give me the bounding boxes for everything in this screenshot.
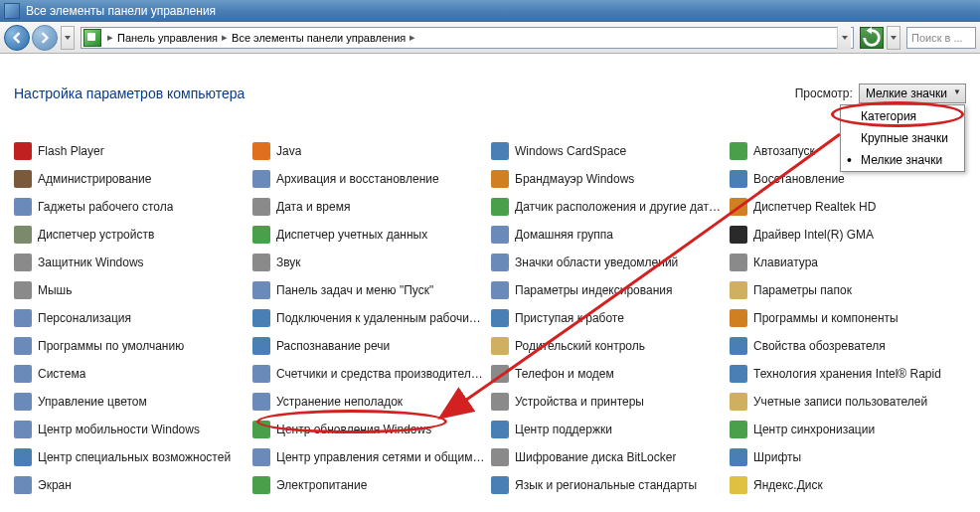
- cp-item-label: Центр специальных возможностей: [38, 450, 231, 464]
- cp-item-icon: [730, 448, 747, 466]
- cp-item[interactable]: Управление цветом: [14, 388, 250, 416]
- cp-item[interactable]: Подключения к удаленным рабочим с...: [252, 304, 489, 332]
- cp-item-label: Центр мобильности Windows: [38, 423, 200, 436]
- cp-item[interactable]: Java: [252, 137, 489, 165]
- cp-item-icon: [252, 337, 270, 355]
- breadcrumb-seg-1[interactable]: Панель управления: [117, 32, 218, 44]
- cp-item-icon: [730, 142, 747, 160]
- cp-item-icon: [491, 393, 509, 411]
- cp-item[interactable]: Экран: [14, 471, 250, 499]
- cp-item[interactable]: Диспетчер Realtek HD: [730, 193, 966, 221]
- cp-item[interactable]: Технология хранения Intel® Rapid: [730, 360, 966, 388]
- cp-item[interactable]: Flash Player: [14, 137, 250, 165]
- chevron-right-icon[interactable]: ▸: [406, 31, 419, 44]
- breadcrumb-seg-2[interactable]: Все элементы панели управления: [232, 32, 406, 44]
- cp-item[interactable]: Программы и компоненты: [730, 304, 966, 332]
- cp-item[interactable]: Администрирование: [14, 165, 250, 193]
- cp-item[interactable]: Родительский контроль: [491, 332, 728, 360]
- cp-item-label: Защитник Windows: [38, 256, 144, 269]
- cp-item-label: Программы и компоненты: [753, 311, 898, 325]
- cp-item[interactable]: Архивация и восстановление: [252, 165, 489, 193]
- cp-item[interactable]: Яндекс.Диск: [730, 471, 966, 499]
- cp-item[interactable]: Распознавание речи: [252, 332, 489, 360]
- cp-item[interactable]: Домашняя группа: [491, 221, 728, 249]
- cp-item[interactable]: Центр мобильности Windows: [14, 416, 250, 443]
- cp-item-icon: [491, 198, 509, 216]
- cp-item-icon: [491, 170, 509, 188]
- cp-item[interactable]: Язык и региональные стандарты: [491, 471, 728, 499]
- control-panel-grid: Flash PlayerJavaWindows CardSpaceАвтозап…: [14, 137, 966, 499]
- cp-item[interactable]: Устройства и принтеры: [491, 388, 728, 416]
- cp-item[interactable]: Система: [14, 360, 250, 388]
- view-option-small-icons[interactable]: Мелкие значки: [841, 149, 964, 171]
- cp-item-label: Технология хранения Intel® Rapid: [753, 367, 941, 381]
- cp-item[interactable]: Дата и время: [252, 193, 489, 221]
- cp-item[interactable]: Мышь: [14, 276, 250, 304]
- cp-item-label: Автозапуск: [753, 144, 815, 158]
- cp-item-label: Windows CardSpace: [515, 144, 626, 158]
- cp-item[interactable]: Шифрование диска BitLocker: [491, 443, 728, 471]
- cp-item[interactable]: Значки области уведомлений: [491, 249, 728, 276]
- cp-item[interactable]: Датчик расположения и другие датч...: [491, 193, 728, 221]
- cp-item[interactable]: Центр обновления Windows: [252, 416, 489, 443]
- cp-item[interactable]: Приступая к работе: [491, 304, 728, 332]
- forward-button[interactable]: [32, 25, 58, 51]
- cp-item[interactable]: Учетные записи пользователей: [730, 388, 966, 416]
- cp-item-label: Мышь: [38, 283, 73, 297]
- cp-item-label: Восстановление: [753, 172, 845, 186]
- cp-item-label: Диспетчер Realtek HD: [753, 200, 876, 214]
- view-option-large-icons[interactable]: Крупные значки: [841, 127, 964, 149]
- cp-item[interactable]: Драйвер Intel(R) GMA: [730, 221, 966, 249]
- refresh-dropdown[interactable]: [887, 26, 900, 50]
- cp-item-icon: [14, 170, 32, 188]
- cp-item-label: Устройства и принтеры: [515, 395, 644, 409]
- cp-item[interactable]: Диспетчер учетных данных: [252, 221, 489, 249]
- cp-item[interactable]: Звук: [252, 249, 489, 276]
- cp-item[interactable]: Шрифты: [730, 443, 966, 471]
- cp-item-icon: [730, 281, 747, 299]
- cp-item[interactable]: Электропитание: [252, 471, 489, 499]
- cp-item[interactable]: Клавиатура: [730, 249, 966, 276]
- chevron-right-icon[interactable]: ▸: [103, 31, 117, 44]
- view-option-category[interactable]: Категория: [841, 105, 964, 127]
- view-dropdown[interactable]: Мелкие значки Категория Крупные значки М…: [859, 84, 966, 103]
- cp-item-icon: [14, 281, 32, 299]
- cp-item[interactable]: Центр управления сетями и общим д...: [252, 443, 489, 471]
- back-button[interactable]: [4, 25, 30, 51]
- cp-item-label: Гаджеты рабочего стола: [38, 200, 173, 214]
- cp-item-icon: [252, 142, 270, 160]
- cp-item-icon: [730, 476, 747, 494]
- cp-item-label: Диспетчер устройств: [38, 228, 154, 242]
- cp-item[interactable]: Параметры индексирования: [491, 276, 728, 304]
- cp-item[interactable]: Свойства обозревателя: [730, 332, 966, 360]
- cp-item[interactable]: Программы по умолчанию: [14, 332, 250, 360]
- cp-item-icon: [730, 309, 747, 327]
- refresh-button[interactable]: [860, 27, 884, 49]
- cp-item[interactable]: Гаджеты рабочего стола: [14, 193, 250, 221]
- cp-item[interactable]: Параметры папок: [730, 276, 966, 304]
- address-bar[interactable]: ▸ Панель управления ▸ Все элементы панел…: [81, 27, 854, 49]
- cp-item[interactable]: Счетчики и средства производитель...: [252, 360, 489, 388]
- cp-item[interactable]: Брандмауэр Windows: [491, 165, 728, 193]
- cp-item[interactable]: Защитник Windows: [14, 249, 250, 276]
- cp-item-icon: [252, 393, 270, 411]
- cp-item[interactable]: Устранение неполадок: [252, 388, 489, 416]
- cp-item-label: Центр обновления Windows: [276, 423, 431, 436]
- cp-item[interactable]: Центр специальных возможностей: [14, 443, 250, 471]
- cp-item-icon: [14, 421, 32, 438]
- cp-item[interactable]: Центр поддержки: [491, 416, 728, 443]
- cp-item[interactable]: Диспетчер устройств: [14, 221, 250, 249]
- chevron-right-icon[interactable]: ▸: [218, 31, 232, 44]
- cp-item[interactable]: Персонализация: [14, 304, 250, 332]
- search-input[interactable]: Поиск в ...: [906, 27, 976, 49]
- history-dropdown[interactable]: [61, 26, 75, 50]
- cp-item[interactable]: Центр синхронизации: [730, 416, 966, 443]
- cp-item-icon: [14, 254, 32, 271]
- address-dropdown[interactable]: [837, 26, 851, 50]
- cp-item[interactable]: Телефон и модем: [491, 360, 728, 388]
- cp-item-icon: [730, 254, 747, 271]
- cp-item[interactable]: Панель задач и меню "Пуск": [252, 276, 489, 304]
- cp-item-icon: [252, 309, 270, 327]
- cp-item[interactable]: Windows CardSpace: [491, 137, 728, 165]
- cp-item-icon: [730, 170, 747, 188]
